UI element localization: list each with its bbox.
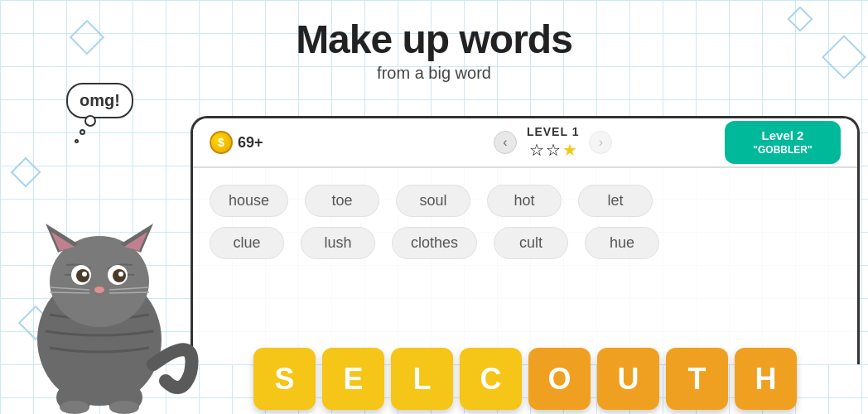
word-house[interactable]: house bbox=[210, 185, 288, 217]
bubble-dot-2 bbox=[75, 139, 79, 143]
tile-E[interactable]: E bbox=[322, 348, 384, 410]
svg-line-14 bbox=[50, 292, 89, 293]
level-info: LEVEL 1 ☆ ☆ ★ bbox=[527, 125, 580, 160]
star-2: ☆ bbox=[546, 140, 561, 160]
game-topbar: $ 69+ ‹ LEVEL 1 ☆ ☆ ★ › Level 2 "GOBBLER… bbox=[193, 118, 857, 168]
cat-svg bbox=[0, 116, 199, 414]
word-clue[interactable]: clue bbox=[210, 227, 284, 259]
coin-icon: $ bbox=[210, 131, 233, 154]
word-lush[interactable]: lush bbox=[301, 227, 375, 259]
word-soul[interactable]: soul bbox=[396, 185, 470, 217]
level-label: LEVEL 1 bbox=[527, 125, 580, 138]
nav-left-icon: ‹ bbox=[503, 135, 507, 150]
words-row-1: house toe soul hot let bbox=[210, 185, 841, 217]
word-cult[interactable]: cult bbox=[494, 227, 568, 259]
tile-O[interactable]: O bbox=[528, 348, 591, 410]
level-section: ‹ LEVEL 1 ☆ ☆ ★ › bbox=[381, 125, 725, 160]
next-level-num: Level 2 bbox=[740, 128, 826, 144]
words-row-2: clue lush clothes cult hue bbox=[210, 227, 841, 259]
bubble-dot-1 bbox=[80, 129, 85, 135]
nav-right-button[interactable]: › bbox=[589, 131, 612, 154]
speech-bubble: omg! bbox=[66, 83, 133, 118]
nav-right-icon: › bbox=[599, 135, 603, 150]
svg-point-20 bbox=[109, 401, 139, 414]
word-clothes[interactable]: clothes bbox=[392, 227, 477, 259]
tile-H[interactable]: H bbox=[735, 348, 797, 410]
word-hot[interactable]: hot bbox=[487, 185, 562, 217]
letter-tiles-bar: S E L C O U T H bbox=[190, 344, 860, 414]
svg-line-16 bbox=[109, 292, 149, 293]
tile-C[interactable]: C bbox=[460, 348, 522, 410]
tile-U[interactable]: U bbox=[597, 348, 659, 410]
svg-point-19 bbox=[60, 401, 89, 414]
main-subtitle: from a big word bbox=[0, 64, 868, 83]
coins-amount: 69+ bbox=[238, 134, 263, 152]
game-panel: $ 69+ ‹ LEVEL 1 ☆ ☆ ★ › Level 2 "GOBBLER… bbox=[190, 116, 860, 364]
star-1: ☆ bbox=[529, 140, 544, 160]
svg-point-10 bbox=[82, 272, 87, 277]
nav-left-button[interactable]: ‹ bbox=[494, 131, 517, 154]
tile-L[interactable]: L bbox=[391, 348, 453, 410]
next-level-name: "GOBBLER" bbox=[740, 144, 826, 157]
main-title: Make up words bbox=[0, 17, 868, 62]
tile-T[interactable]: T bbox=[666, 348, 728, 410]
svg-point-11 bbox=[118, 272, 123, 277]
next-level-button[interactable]: Level 2 "GOBBLER" bbox=[725, 121, 841, 163]
coins-section: $ 69+ bbox=[210, 131, 381, 154]
word-toe[interactable]: toe bbox=[305, 185, 379, 217]
words-area: house toe soul hot let clue lush clothes… bbox=[193, 168, 857, 267]
header: Make up words from a big word bbox=[0, 17, 868, 83]
cat-character bbox=[0, 116, 199, 414]
star-3: ★ bbox=[562, 140, 577, 160]
word-let[interactable]: let bbox=[578, 185, 653, 217]
svg-point-12 bbox=[94, 286, 104, 293]
stars-container: ☆ ☆ ★ bbox=[527, 140, 580, 160]
speech-bubble-text: omg! bbox=[80, 91, 120, 109]
tile-S[interactable]: S bbox=[253, 348, 316, 410]
word-hue[interactable]: hue bbox=[585, 227, 659, 259]
